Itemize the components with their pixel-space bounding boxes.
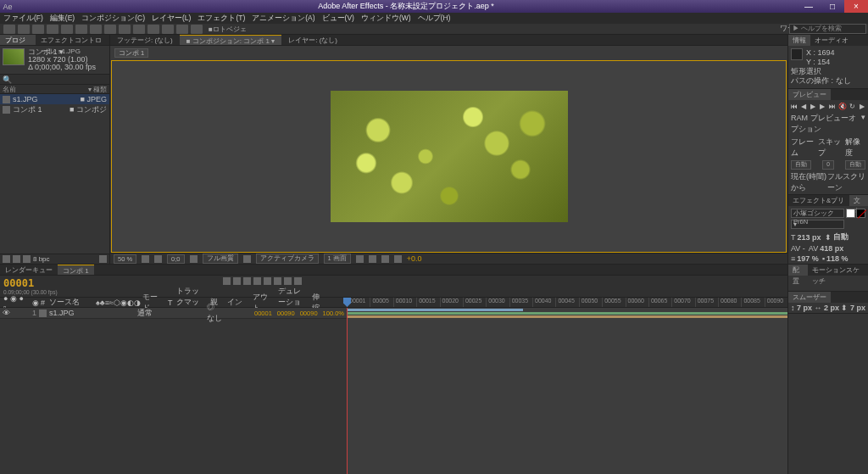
layer-bar[interactable]	[347, 308, 787, 319]
menu-view[interactable]: ビュー(V)	[322, 14, 354, 24]
kerning[interactable]: AV -	[791, 244, 805, 253]
zoom-selector[interactable]: 50 %	[114, 254, 136, 264]
playhead[interactable]	[347, 308, 348, 474]
visibility-icon[interactable]: 👁	[3, 309, 10, 317]
fast-preview-icon[interactable]	[369, 255, 376, 263]
clone-tool-icon[interactable]	[147, 25, 159, 34]
pen-tool-icon[interactable]	[104, 25, 116, 34]
zoom-tool-icon[interactable]	[32, 25, 44, 34]
mute-icon[interactable]: 🔇	[838, 102, 847, 110]
tab-effect-controls[interactable]: エフェクトコントロール: s1.JPG	[36, 35, 109, 45]
snapshot-icon[interactable]	[190, 255, 198, 263]
comp-mini-icon[interactable]	[233, 277, 241, 285]
menu-effect[interactable]: エフェクト(T)	[198, 14, 245, 24]
tab-render-queue[interactable]: レンダーキュー	[0, 265, 58, 275]
puppet-tool-icon[interactable]	[191, 25, 203, 34]
timeline-track-area[interactable]	[347, 308, 787, 474]
menu-help[interactable]: ヘルプ(H)	[418, 14, 451, 24]
menu-edit[interactable]: 編集(E)	[50, 14, 75, 24]
tab-effects-presets[interactable]: エフェクト&プリセット	[788, 195, 849, 206]
ram-preview-icon[interactable]: ▶	[859, 102, 865, 110]
pixel-aspect-icon[interactable]	[356, 255, 364, 263]
prev-frame-icon[interactable]: ◀	[800, 102, 807, 110]
roto-tool-icon[interactable]	[176, 25, 188, 34]
bit-depth[interactable]: 8 bpc	[33, 255, 50, 263]
fill-color[interactable]	[846, 209, 855, 218]
flowchart-icon[interactable]	[394, 255, 402, 263]
viewer-canvas[interactable]	[111, 60, 787, 253]
graph-editor-icon[interactable]	[274, 277, 281, 285]
frame-blend-icon[interactable]	[253, 277, 261, 285]
mask-icon[interactable]	[154, 255, 162, 263]
interpret-icon[interactable]	[3, 255, 10, 263]
leading[interactable]: ⬍ 自動	[825, 231, 849, 243]
brush-tool-icon[interactable]	[133, 25, 145, 34]
timeline-icon[interactable]	[381, 255, 389, 263]
current-timecode[interactable]: 00001	[3, 277, 58, 289]
brainstorm-icon[interactable]	[284, 277, 292, 285]
layer-name[interactable]: s1.JPG	[49, 309, 90, 317]
menu-layer[interactable]: レイヤー(L)	[152, 14, 191, 24]
grid-icon[interactable]	[142, 255, 149, 263]
auto-keyframe-icon[interactable]	[294, 277, 302, 285]
project-item[interactable]: コンポ 1 ■ コンポジ	[0, 104, 109, 114]
menu-window[interactable]: ウィンドウ(W)	[361, 14, 411, 24]
tab-align[interactable]: 配置	[788, 265, 808, 276]
view-layout-selector[interactable]: 1 画面	[324, 254, 351, 264]
folder-icon[interactable]	[13, 255, 20, 263]
help-search[interactable]: ▶ ヘルプを検索	[789, 24, 866, 34]
tab-preview[interactable]: プレビュー	[788, 89, 831, 100]
selection-tool-icon[interactable]	[3, 25, 15, 34]
resolution-selector[interactable]: フル画質	[203, 254, 238, 264]
vscale[interactable]: ≡ 197 %	[791, 254, 819, 263]
loop-icon[interactable]: ↻	[849, 102, 856, 110]
text-tool-icon[interactable]	[119, 25, 131, 34]
col-type[interactable]: ▾ 種類	[88, 85, 107, 93]
project-search-input[interactable]	[12, 75, 107, 83]
tab-character[interactable]: 文字	[849, 195, 868, 206]
next-frame-icon[interactable]: ▶	[819, 102, 826, 110]
comp-thumbnail[interactable]	[3, 48, 25, 65]
time-display[interactable]: 0;0	[167, 254, 184, 264]
shape-tool-icon[interactable]	[90, 25, 102, 34]
blend-mode[interactable]: 通常	[137, 308, 161, 319]
region-icon[interactable]	[243, 255, 251, 263]
camera-selector[interactable]: アクティブカメラ	[256, 254, 319, 264]
menu-file[interactable]: ファイル(F)	[3, 14, 43, 24]
tracking[interactable]: AV 418 px	[809, 244, 843, 253]
new-comp-icon[interactable]	[23, 255, 31, 263]
close-button[interactable]: ×	[844, 0, 868, 13]
exposure-value[interactable]: +0.0	[407, 254, 422, 263]
font-size[interactable]: T 213 px	[791, 231, 821, 243]
tab-footage[interactable]: フッテージ: (なし)	[110, 35, 180, 45]
timeline-layer-row[interactable]: 👁 1 s1.JPG 通常 ◎ なし 00001 00090 00090 100…	[0, 308, 347, 319]
play-icon[interactable]: ▶	[810, 102, 816, 110]
hscale[interactable]: ▪ 118 %	[822, 254, 849, 263]
tab-composition[interactable]: ■ コンポジション: コンポ 1 ▾	[180, 35, 281, 45]
tab-timeline-comp[interactable]: コンポ 1	[58, 265, 94, 275]
tab-motion-sketch[interactable]: モーションスケッチ	[808, 265, 868, 276]
col-name[interactable]: 名前	[3, 85, 88, 93]
camera-tool-icon[interactable]	[61, 25, 73, 34]
project-item[interactable]: s1.JPG ■ JPEG	[0, 94, 109, 104]
pan-behind-tool-icon[interactable]	[75, 25, 87, 34]
minimize-button[interactable]: —	[797, 0, 821, 13]
tab-project[interactable]: プロジェクト	[0, 35, 36, 45]
motion-blur-icon[interactable]	[264, 277, 271, 285]
tab-smoother[interactable]: スムーザー	[788, 292, 831, 303]
tab-info[interactable]: 情報	[788, 35, 810, 46]
eraser-tool-icon[interactable]	[162, 25, 174, 34]
trash-icon[interactable]	[99, 255, 107, 263]
shy-icon[interactable]	[243, 277, 251, 285]
tab-layer[interactable]: レイヤー: (なし)	[281, 35, 344, 45]
font-family-select[interactable]: 小塚ゴシック Pr6N	[791, 209, 844, 218]
search-icon[interactable]	[223, 277, 231, 285]
menu-composition[interactable]: コンポジション(C)	[81, 14, 145, 24]
comp-name-badge[interactable]: コンポ 1	[114, 48, 148, 58]
first-frame-icon[interactable]: ⏮	[791, 102, 798, 110]
rotate-tool-icon[interactable]	[47, 25, 58, 34]
menu-animation[interactable]: アニメーション(A)	[252, 14, 314, 24]
maximize-button[interactable]: □	[821, 0, 844, 13]
time-ruler[interactable]: 0000100005000100001500020000250003000035…	[347, 298, 787, 307]
last-frame-icon[interactable]: ⏭	[829, 102, 836, 110]
